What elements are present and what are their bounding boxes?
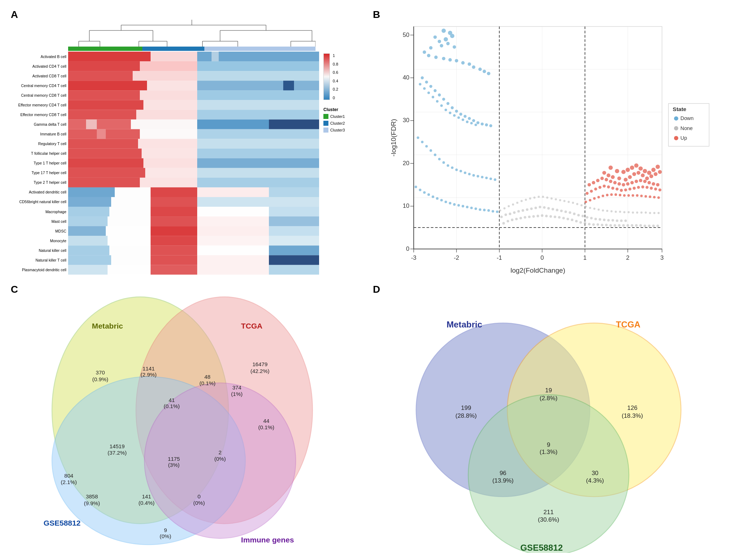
svg-point-185 bbox=[425, 145, 428, 148]
svg-point-337 bbox=[656, 165, 660, 169]
svg-point-246 bbox=[605, 224, 608, 226]
svg-point-402 bbox=[653, 196, 655, 198]
svg-point-170 bbox=[423, 87, 426, 90]
panel-b: B bbox=[369, 7, 728, 278]
svg-point-226 bbox=[520, 217, 522, 219]
svg-text:40: 40 bbox=[403, 74, 409, 81]
d-val-211-pct: (30.6%) bbox=[538, 516, 559, 523]
svg-point-165 bbox=[476, 121, 479, 124]
venn-d-container: Metabric TCGA GSE58812 199 (28.8%) 126 (… bbox=[369, 293, 728, 553]
svg-point-344 bbox=[632, 172, 636, 176]
val-141: 141 bbox=[142, 493, 151, 499]
svg-point-341 bbox=[617, 176, 621, 180]
svg-rect-111 bbox=[197, 265, 269, 274]
svg-point-160 bbox=[455, 110, 458, 113]
svg-point-218 bbox=[483, 209, 485, 211]
svg-point-188 bbox=[438, 158, 441, 160]
svg-point-296 bbox=[529, 197, 531, 200]
svg-point-195 bbox=[468, 173, 470, 175]
svg-point-164 bbox=[472, 119, 475, 122]
d-val-96-pct: (13.9%) bbox=[492, 477, 513, 484]
svg-point-205 bbox=[427, 193, 430, 196]
svg-point-270 bbox=[547, 207, 550, 210]
svg-point-315 bbox=[611, 210, 613, 212]
immune-label-c: Immune genes bbox=[241, 536, 294, 544]
svg-point-186 bbox=[430, 149, 432, 152]
svg-point-368 bbox=[585, 192, 588, 195]
svg-point-266 bbox=[530, 207, 533, 210]
svg-rect-97 bbox=[269, 236, 319, 245]
svg-point-301 bbox=[550, 197, 553, 200]
svg-point-235 bbox=[558, 216, 560, 219]
svg-point-234 bbox=[554, 216, 556, 218]
svg-rect-82 bbox=[269, 207, 319, 216]
row-label: Type 1 T helper cell bbox=[11, 161, 66, 165]
svg-rect-76 bbox=[151, 197, 197, 207]
svg-point-256 bbox=[648, 225, 650, 227]
svg-point-146 bbox=[461, 61, 465, 65]
svg-point-384 bbox=[654, 187, 657, 190]
svg-point-396 bbox=[627, 194, 630, 197]
cluster3-bar bbox=[204, 47, 316, 51]
down-legend: Down bbox=[681, 115, 694, 121]
svg-point-204 bbox=[423, 191, 426, 194]
svg-point-345 bbox=[636, 171, 640, 175]
svg-point-352 bbox=[592, 181, 596, 185]
svg-point-314 bbox=[606, 210, 608, 212]
svg-point-375 bbox=[616, 187, 618, 190]
scale-mid4: 0.2 bbox=[333, 87, 338, 91]
svg-point-212 bbox=[457, 204, 460, 206]
svg-point-243 bbox=[592, 223, 595, 226]
gse-label-d: GSE58812 bbox=[520, 543, 563, 552]
svg-point-403 bbox=[657, 196, 660, 199]
svg-rect-110 bbox=[151, 265, 197, 274]
svg-point-284 bbox=[607, 219, 610, 221]
svg-rect-36 bbox=[147, 81, 197, 90]
svg-rect-91 bbox=[197, 226, 269, 236]
cluster1-label: Cluster1 bbox=[330, 114, 345, 119]
svg-point-300 bbox=[546, 197, 548, 199]
panel-a-label: A bbox=[11, 9, 18, 20]
svg-point-343 bbox=[628, 175, 632, 179]
d-val-19-pct: (2.8%) bbox=[540, 395, 558, 402]
svg-rect-39 bbox=[140, 90, 197, 100]
svg-point-182 bbox=[474, 124, 477, 126]
svg-rect-67 bbox=[140, 178, 197, 187]
val-41-pct: (0.1%) bbox=[164, 403, 180, 409]
val-2-pct: (0%) bbox=[214, 455, 226, 461]
panel-a: A bbox=[7, 7, 366, 278]
svg-rect-26 bbox=[68, 52, 151, 61]
svg-point-166 bbox=[481, 123, 484, 125]
svg-point-317 bbox=[619, 211, 621, 213]
svg-rect-88 bbox=[68, 226, 106, 236]
svg-point-304 bbox=[563, 200, 565, 202]
scale-min: 0 bbox=[333, 96, 338, 100]
svg-point-249 bbox=[618, 224, 620, 227]
svg-rect-93 bbox=[68, 236, 108, 245]
svg-rect-112 bbox=[269, 265, 319, 274]
color-scale-container: 1 0.8 0.6 0.4 0.2 0 bbox=[323, 53, 338, 100]
svg-point-308 bbox=[580, 204, 583, 206]
svg-point-361 bbox=[630, 181, 634, 185]
svg-point-263 bbox=[517, 210, 520, 212]
svg-rect-31 bbox=[197, 61, 319, 71]
svg-point-230 bbox=[537, 215, 539, 217]
svg-point-223 bbox=[507, 220, 509, 222]
row-label: Effector memory CD8 T cell bbox=[11, 113, 66, 117]
cluster2-bar bbox=[142, 47, 204, 51]
svg-point-399 bbox=[640, 195, 643, 197]
d-val-19: 19 bbox=[545, 387, 552, 394]
svg-point-303 bbox=[559, 199, 561, 201]
svg-point-189 bbox=[442, 161, 445, 164]
svg-rect-103 bbox=[68, 255, 111, 265]
svg-rect-59 bbox=[197, 149, 319, 158]
svg-rect-40 bbox=[197, 90, 319, 100]
svg-point-342 bbox=[624, 178, 628, 182]
val-44-pct: (0.1%) bbox=[258, 424, 274, 430]
svg-rect-116 bbox=[283, 81, 294, 90]
scale-mid1: 0.8 bbox=[333, 62, 338, 66]
svg-point-148 bbox=[472, 66, 475, 69]
d-val-30: 30 bbox=[592, 469, 598, 476]
val-41: 41 bbox=[169, 397, 175, 403]
svg-point-187 bbox=[434, 154, 436, 156]
